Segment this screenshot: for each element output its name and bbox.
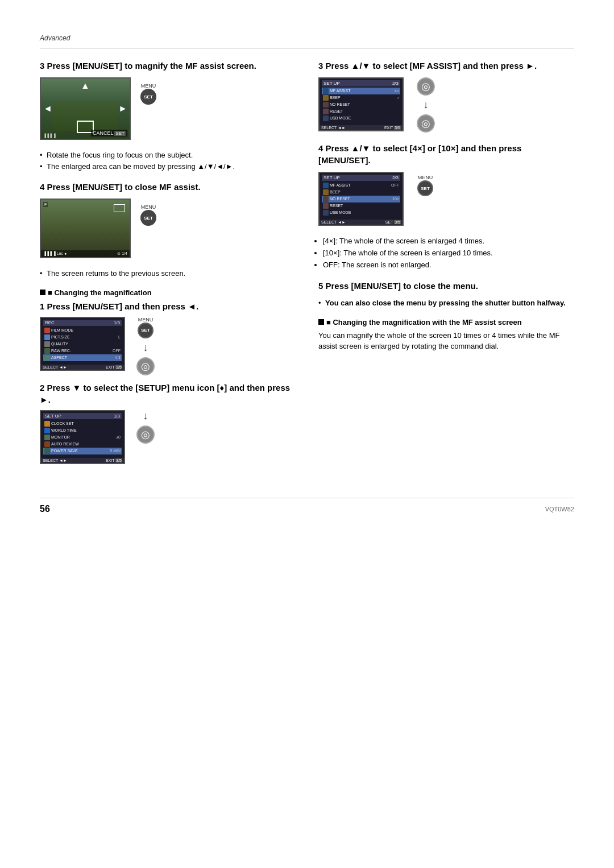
set-circle-2: SET: [140, 210, 156, 226]
bullet-item: The screen returns to the previous scree…: [40, 268, 296, 279]
explanation-item: [4×]: The whole of the screen is enlarge…: [323, 235, 574, 247]
menu-row-highlighted: ASPECT 4:3: [43, 354, 122, 361]
explanation-item: [10×]: The whole of the screen is enlarg…: [323, 247, 574, 259]
menu-row: MF ASSIST OFF: [322, 182, 400, 189]
step4-left-screen: F ▐▐▐ ▐ Lnc ● ⊙ 1/4: [40, 199, 131, 258]
substep2: 2 Press ▼ to select the [SETUP] menu ico…: [40, 382, 296, 466]
left-column: 3 Press [MENU/SET] to magnify the MF ass…: [40, 60, 296, 475]
top-divider: [40, 48, 574, 48]
step4-right-menu-inner: SET UP 2/3 MF ASSIST OFF: [320, 173, 403, 218]
menu-row: RESET: [322, 202, 400, 209]
menu-row: FILM MODE: [43, 327, 122, 334]
step4-left-screen-area: F ▐▐▐ ▐ Lnc ● ⊙ 1/4 MENU SET: [40, 199, 296, 260]
screen-arrow-left-icon: ◄: [43, 104, 52, 114]
step5-bullets: You can also close the menu by pressing …: [318, 297, 574, 309]
screen-arrow-up-icon: ▲: [81, 81, 90, 91]
menu-row: RAW REC. OFF: [43, 348, 122, 354]
step3-left: 3 Press [MENU/SET] to magnify the MF ass…: [40, 60, 296, 172]
menu-label-2: MENU: [141, 204, 156, 210]
step4-right-menu-bottom: SELECT ◄► SET 3/5: [320, 220, 403, 225]
menu-row: BEEP ♪: [322, 94, 400, 101]
page-footer: 56 VQT0W82: [40, 498, 574, 514]
set-dial-1: SET: [138, 323, 154, 338]
substep1-menu-inner: REC 1/3 FILM MODE PIC: [41, 318, 124, 363]
step3-right: 3 Press ▲/▼ to select [MF ASSIST] and th…: [318, 60, 574, 133]
step3-right-menu-screen: SET UP 2/3 MF ASSIST 4×: [318, 77, 404, 131]
raw-icon: [44, 348, 50, 354]
menu-text-4: MENU: [418, 175, 433, 180]
monitor-icon: [44, 435, 50, 440]
menu-row-highlighted: MF ASSIST 4×: [322, 88, 400, 94]
model-number: VQT0W82: [545, 506, 574, 512]
nav-control-1: MENU SET ↓ ◎: [136, 317, 155, 375]
step3-right-menu-title: SET UP 2/3: [322, 80, 400, 86]
menu-row: USB MODE: [322, 115, 400, 122]
menu-row: MONITOR ±0: [43, 434, 122, 441]
down-arrow-1: ↓: [143, 342, 148, 354]
step4-right-menu-screen: SET UP 2/3 MF ASSIST OFF: [318, 172, 404, 226]
beep-icon: [323, 95, 329, 101]
menu-text-1: MENU: [138, 317, 154, 323]
screen-arrow-right-icon: ►: [118, 104, 127, 114]
substep1-menu-screen: REC 1/3 FILM MODE PIC: [40, 317, 125, 371]
advanced-label: Advanced: [40, 34, 574, 42]
substep2-menu-screen: SET UP 1/3 CLOCK SET: [40, 410, 125, 464]
step4-right: 4 Press ▲/▼ to select [4×] or [10×] and …: [318, 142, 574, 271]
substep2-menu-inner: SET UP 1/3 CLOCK SET: [41, 411, 124, 456]
substep2-menu-bottom: SELECT ◄► EXIT 3/5: [41, 458, 124, 463]
step3-left-bullets: Rotate the focus ring to focus on the su…: [40, 150, 296, 172]
section2-text: You can magnify the whole of the screen …: [318, 330, 574, 352]
step3-right-menu-inner: SET UP 2/3 MF ASSIST 4×: [320, 78, 403, 123]
bullet-item: The enlarged area can be moved by pressi…: [40, 161, 296, 172]
step4-left: 4 Press [MENU/SET] to close MF assist. F…: [40, 181, 296, 279]
set-dial-4: SET: [417, 180, 433, 196]
nav-dial-1: ◎: [136, 357, 155, 375]
nav-control-3: ◎ ↓ ◎: [417, 77, 435, 133]
menu-set-button-2: MENU SET: [140, 204, 156, 226]
menu-row: BEEP: [322, 189, 400, 196]
nav-dial-3-top: ◎: [417, 77, 435, 96]
nav-control-4: MENU SET: [417, 175, 433, 196]
menu-set-button: MENU SET: [140, 83, 156, 105]
step5-right: 5 Press [MENU/SET] to close the menu. Yo…: [318, 280, 574, 309]
substep1: 1 Press [MENU/SET] and then press ◄. REC…: [40, 300, 296, 373]
menu-row: CLOCK SET: [43, 420, 122, 427]
substep1-menu-bottom: SELECT ◄► EXIT 3/5: [41, 365, 124, 370]
noreset-icon: [323, 102, 329, 108]
step4-right-menu-title: SET UP 2/3: [322, 175, 400, 181]
bullet-item: You can also close the menu by pressing …: [318, 297, 574, 309]
noreset-icon-2: [323, 196, 329, 202]
mfassist-icon: [323, 88, 329, 94]
step3-right-heading: 3 Press ▲/▼ to select [MF ASSIST] and th…: [318, 60, 574, 72]
two-column-layout: 3 Press [MENU/SET] to magnify the MF ass…: [40, 60, 574, 475]
menu-row: USB MODE: [322, 209, 400, 216]
substep2-heading: 2 Press ▼ to select the [SETUP] menu ico…: [40, 382, 296, 406]
substep1-heading: 1 Press [MENU/SET] and then press ◄.: [40, 300, 296, 312]
screen-bottom-bar: ▐▐▐ ▐ Lnc ● ⊙ 1/4: [41, 250, 130, 257]
explanation-list: [4×]: The whole of the screen is enlarge…: [323, 235, 574, 271]
reset-icon-2: [323, 203, 329, 209]
right-column: 3 Press ▲/▼ to select [MF ASSIST] and th…: [318, 60, 574, 475]
menu-row-highlighted: NO RESET 10×: [322, 196, 400, 202]
quality-icon: [44, 341, 50, 347]
step3-left-screen: ◄ ► ▲ CANCELSET ▐▐▐ ▐: [40, 77, 131, 140]
section2-heading: ■ Changing the magnification with the MF…: [318, 318, 574, 326]
section-heading: ■ Changing the magnification: [40, 288, 296, 297]
nav-dial-2: ◎: [136, 425, 155, 444]
nav-dial-3-bot: ◎: [417, 114, 435, 133]
autoreview-icon: [44, 441, 50, 447]
clock-icon: [44, 421, 50, 427]
menu-label: MENU: [141, 83, 156, 89]
substep1-menu-title: REC 1/3: [43, 320, 122, 326]
step4-right-screen-area: SET UP 2/3 MF ASSIST OFF: [318, 172, 574, 228]
explanation-item: OFF: The screen is not enlarged.: [323, 259, 574, 271]
usbmode-icon-2: [323, 210, 329, 216]
bracket-indicator: [114, 204, 125, 212]
substep1-screen-area: REC 1/3 FILM MODE PIC: [40, 317, 296, 373]
menu-row: AUTO REVIEW: [43, 441, 122, 448]
worldtime-icon: [44, 428, 50, 433]
bullet-item: Rotate the focus ring to focus on the su…: [40, 150, 296, 161]
menu-row: NO RESET: [322, 101, 400, 108]
aspect-icon: [44, 355, 50, 361]
page-container: Advanced 3 Press [MENU/SET] to magnify t…: [0, 0, 614, 560]
